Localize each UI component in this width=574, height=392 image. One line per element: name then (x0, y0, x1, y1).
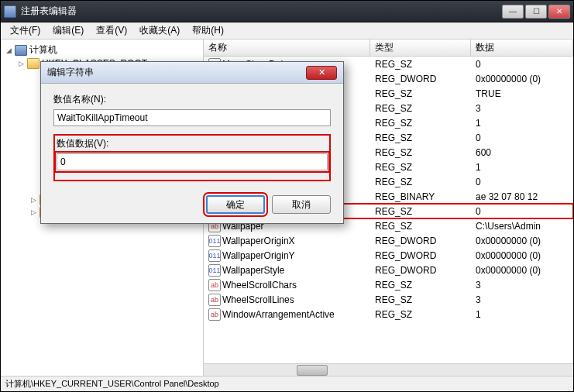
value-type: REG_SZ (370, 88, 471, 99)
value-type: REG_BINARY (370, 191, 471, 202)
value-type: REG_SZ (370, 162, 471, 173)
list-row[interactable]: abWindowArrangementActiveREG_SZ1 (204, 307, 573, 322)
value-name: WallpaperStyle (222, 265, 284, 276)
value-icon: ab (208, 294, 221, 306)
value-data: C:\Users\Admin (471, 221, 573, 232)
value-data: 0x00000000 (0) (471, 250, 573, 261)
app-icon (4, 5, 16, 18)
header-type[interactable]: 类型 (370, 39, 471, 57)
list-row[interactable]: abWheelScrollLinesREG_SZ3 (204, 292, 573, 307)
list-row[interactable]: 011WallpaperOriginYREG_DWORD0x00000000 (… (204, 248, 573, 263)
value-data: 1 (471, 309, 573, 320)
menubar: 文件(F) 编辑(E) 查看(V) 收藏夹(A) 帮助(H) (1, 22, 573, 40)
value-icon: 011 (208, 264, 221, 277)
value-type: REG_SZ (370, 118, 471, 129)
computer-icon (15, 45, 27, 56)
value-type: REG_DWORD (370, 250, 471, 261)
value-type: REG_SZ (370, 132, 471, 143)
statusbar: 计算机\HKEY_CURRENT_USER\Control Panel\Desk… (1, 376, 573, 391)
value-data: 0x00000000 (0) (471, 74, 573, 84)
edit-string-dialog: 编辑字符串 ✕ 数值名称(N): 数值数据(V): 确定 取消 (40, 61, 344, 224)
dialog-titlebar[interactable]: 编辑字符串 ✕ (41, 62, 343, 84)
ok-button[interactable]: 确定 (206, 195, 265, 214)
value-icon: 011 (208, 235, 221, 247)
tree-root[interactable]: ◢ 计算机 (1, 43, 203, 57)
value-type: REG_DWORD (370, 74, 471, 84)
value-data: 1 (471, 118, 573, 129)
value-icon: 011 (208, 249, 221, 262)
value-data: 0 (471, 177, 573, 187)
titlebar[interactable]: 注册表编辑器 — ☐ ✕ (1, 1, 573, 22)
expand-icon[interactable]: ▷ (29, 195, 38, 205)
value-type: REG_SZ (370, 103, 471, 114)
value-data: 3 (471, 280, 573, 291)
list-row[interactable]: 011WallpaperOriginXREG_DWORD0x00000000 (… (204, 233, 573, 248)
value-type: REG_SZ (370, 309, 471, 320)
expand-icon[interactable]: ▷ (29, 208, 38, 217)
menu-view[interactable]: 查看(V) (90, 22, 133, 39)
value-type: REG_SZ (370, 280, 471, 291)
value-data: 3 (471, 294, 573, 305)
value-type: REG_SZ (370, 294, 471, 305)
value-type: REG_SZ (370, 147, 471, 158)
value-data: 0 (471, 132, 573, 143)
value-name: WallpaperOriginY (222, 250, 295, 261)
value-type: REG_SZ (370, 206, 471, 217)
list-row[interactable]: abWheelScrollCharsREG_SZ3 (204, 277, 573, 292)
value-data: 1 (471, 162, 573, 173)
value-type: REG_DWORD (370, 236, 471, 246)
cancel-button[interactable]: 取消 (272, 195, 331, 214)
value-data-input[interactable] (57, 153, 328, 170)
value-name: WindowArrangementActive (222, 309, 335, 320)
scroll-thumb[interactable] (297, 365, 328, 376)
maximize-button[interactable]: ☐ (525, 5, 547, 19)
value-icon: ab (208, 308, 221, 321)
value-type: REG_SZ (370, 177, 471, 187)
value-data: 0x00000000 (0) (471, 265, 573, 276)
header-name[interactable]: 名称 (204, 39, 370, 57)
close-button[interactable]: ✕ (548, 5, 570, 19)
horizontal-scrollbar[interactable] (204, 363, 573, 376)
value-data-label: 数值数据(V): (57, 137, 328, 150)
header-data[interactable]: 数据 (471, 39, 573, 57)
value-data: TRUE (471, 88, 573, 99)
menu-file[interactable]: 文件(F) (4, 22, 46, 39)
value-name: WheelScrollLines (222, 294, 294, 305)
value-icon: ab (208, 279, 221, 291)
value-name-input[interactable] (53, 109, 331, 126)
dialog-title: 编辑字符串 (47, 66, 306, 79)
value-name: WallpaperOriginX (222, 236, 295, 246)
list-header: 名称 类型 数据 (204, 40, 573, 57)
value-data: 0 (471, 59, 573, 70)
value-type: REG_DWORD (370, 265, 471, 276)
menu-edit[interactable]: 编辑(E) (46, 22, 90, 39)
dialog-close-button[interactable]: ✕ (306, 66, 337, 80)
value-type: REG_SZ (370, 221, 471, 232)
value-data: 0 (471, 206, 573, 217)
value-name: WheelScrollChars (222, 280, 297, 291)
value-data: 0x00000000 (0) (471, 236, 573, 246)
value-name-label: 数值名称(N): (53, 93, 331, 106)
expand-icon[interactable]: ▷ (16, 59, 26, 68)
window-title: 注册表编辑器 (21, 5, 502, 18)
tree-label: 计算机 (29, 43, 57, 57)
value-data: 3 (471, 103, 573, 114)
value-type: REG_SZ (370, 59, 471, 70)
value-data: 600 (471, 147, 573, 158)
list-row[interactable]: 011WallpaperStyleREG_DWORD0x00000000 (0) (204, 263, 573, 277)
collapse-icon[interactable]: ◢ (4, 46, 13, 55)
folder-icon (27, 58, 40, 69)
minimize-button[interactable]: — (502, 5, 524, 19)
menu-favorites[interactable]: 收藏夹(A) (133, 22, 186, 39)
menu-help[interactable]: 帮助(H) (186, 22, 230, 39)
value-data: ae 32 07 80 12 (471, 191, 573, 202)
